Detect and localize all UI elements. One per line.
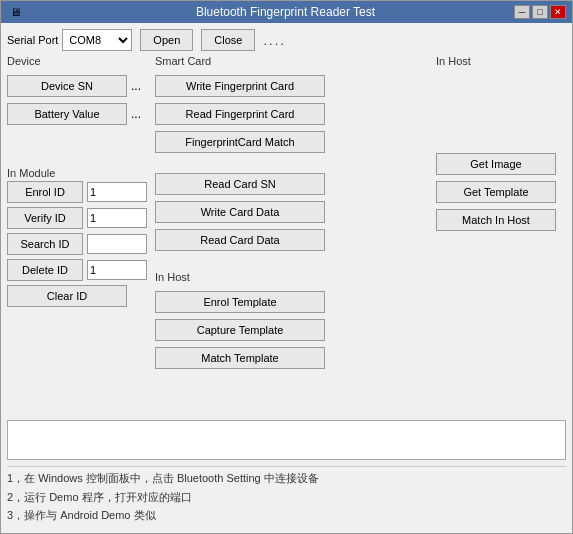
search-id-input[interactable] bbox=[87, 234, 147, 254]
enrol-id-row: Enrol ID bbox=[7, 181, 147, 203]
verify-id-row: Verify ID bbox=[7, 207, 147, 229]
battery-value: ... bbox=[131, 107, 141, 121]
close-button[interactable]: Close bbox=[201, 29, 255, 51]
window-controls: ─ □ ✕ bbox=[514, 5, 566, 19]
verify-id-input[interactable] bbox=[87, 208, 147, 228]
dots-label: .... bbox=[263, 33, 285, 48]
enrol-id-input[interactable] bbox=[87, 182, 147, 202]
fingerprint-match-button[interactable]: FingerprintCard Match bbox=[155, 131, 325, 153]
close-button[interactable]: ✕ bbox=[550, 5, 566, 19]
clear-id-button[interactable]: Clear ID bbox=[7, 285, 127, 307]
minimize-button[interactable]: ─ bbox=[514, 5, 530, 19]
capture-template-button[interactable]: Capture Template bbox=[155, 319, 325, 341]
battery-row: Battery Value ... bbox=[7, 103, 147, 125]
serial-port-select[interactable]: COM8 COM1COM2COM3 COM4COM5COM6 COM7 bbox=[62, 29, 132, 51]
read-card-sn-button[interactable]: Read Card SN bbox=[155, 173, 325, 195]
open-button[interactable]: Open bbox=[140, 29, 193, 51]
battery-button[interactable]: Battery Value bbox=[7, 103, 127, 125]
get-image-button[interactable]: Get Image bbox=[436, 153, 556, 175]
instruction-2: 2，运行 Demo 程序，打开对应的端口 bbox=[7, 488, 566, 507]
right-panel: In Host Get Image Get Template Match In … bbox=[436, 55, 566, 416]
title-bar: 🖥 Bluetooth Fingerprint Reader Test ─ □ … bbox=[1, 1, 572, 23]
smart-card-title: Smart Card bbox=[155, 55, 428, 67]
window-icon: 🖥 bbox=[7, 5, 23, 19]
read-fingerprint-button[interactable]: Read Fingerprint Card bbox=[155, 103, 325, 125]
read-card-data-button[interactable]: Read Card Data bbox=[155, 229, 325, 251]
search-id-button[interactable]: Search ID bbox=[7, 233, 83, 255]
match-in-host-button[interactable]: Match In Host bbox=[436, 209, 556, 231]
delete-id-button[interactable]: Delete ID bbox=[7, 259, 83, 281]
main-area: Device Device SN ... Battery Value ... I… bbox=[7, 55, 566, 416]
middle-panel: Smart Card Write Fingerprint Card Read F… bbox=[155, 55, 428, 416]
write-fingerprint-button[interactable]: Write Fingerprint Card bbox=[155, 75, 325, 97]
device-sn-row: Device SN ... bbox=[7, 75, 147, 97]
window-title: Bluetooth Fingerprint Reader Test bbox=[57, 5, 514, 19]
delete-id-input[interactable] bbox=[87, 260, 147, 280]
serial-port-label: Serial Port bbox=[7, 34, 58, 46]
verify-id-button[interactable]: Verify ID bbox=[7, 207, 83, 229]
device-sn-value: ... bbox=[131, 79, 141, 93]
in-module-group: In Module Enrol ID Verify ID Search ID bbox=[7, 167, 147, 307]
in-module-title: In Module bbox=[7, 167, 147, 179]
serial-port-group: Serial Port COM8 COM1COM2COM3 COM4COM5CO… bbox=[7, 29, 132, 51]
instruction-3: 3，操作与 Android Demo 类似 bbox=[7, 506, 566, 525]
enrol-template-button[interactable]: Enrol Template bbox=[155, 291, 325, 313]
status-box bbox=[7, 420, 566, 460]
delete-id-row: Delete ID bbox=[7, 259, 147, 281]
device-sn-button[interactable]: Device SN bbox=[7, 75, 127, 97]
in-host-right-buttons: Get Image Get Template Match In Host bbox=[436, 75, 566, 231]
instructions: 1，在 Windows 控制面板中，点击 Bluetooth Setting 中… bbox=[7, 466, 566, 527]
clear-id-row: Clear ID bbox=[7, 285, 147, 307]
match-template-button[interactable]: Match Template bbox=[155, 347, 325, 369]
get-template-button[interactable]: Get Template bbox=[436, 181, 556, 203]
write-card-data-button[interactable]: Write Card Data bbox=[155, 201, 325, 223]
in-host-right-title: In Host bbox=[436, 55, 566, 67]
search-id-row: Search ID bbox=[7, 233, 147, 255]
instruction-1: 1，在 Windows 控制面板中，点击 Bluetooth Setting 中… bbox=[7, 469, 566, 488]
device-group-title: Device bbox=[7, 55, 147, 67]
top-bar: Serial Port COM8 COM1COM2COM3 COM4COM5CO… bbox=[7, 29, 566, 51]
enrol-id-button[interactable]: Enrol ID bbox=[7, 181, 83, 203]
main-window: 🖥 Bluetooth Fingerprint Reader Test ─ □ … bbox=[0, 0, 573, 534]
in-host-template-title: In Host bbox=[155, 271, 428, 283]
left-panel: Device Device SN ... Battery Value ... I… bbox=[7, 55, 147, 416]
maximize-button[interactable]: □ bbox=[532, 5, 548, 19]
